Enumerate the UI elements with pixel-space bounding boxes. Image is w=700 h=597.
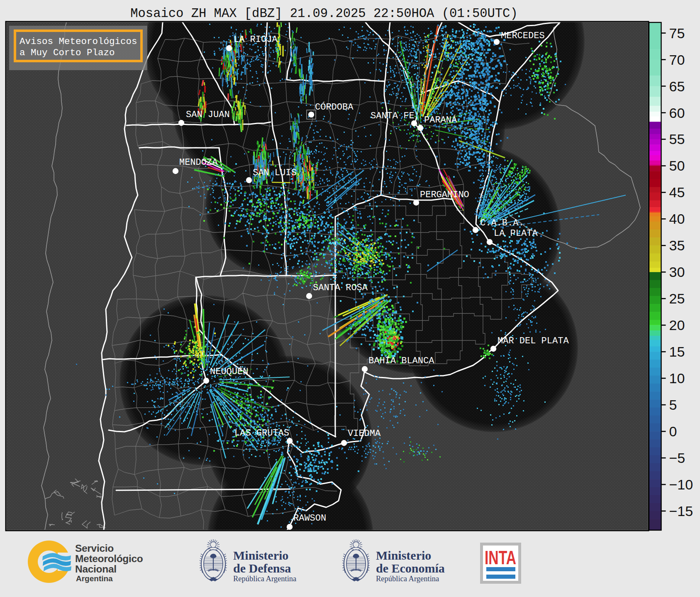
svg-text:45: 45: [669, 184, 685, 200]
svg-text:30: 30: [669, 264, 685, 280]
svg-text:70: 70: [669, 52, 685, 68]
svg-text:INTA: INTA: [485, 547, 516, 568]
svg-text:35: 35: [669, 237, 685, 253]
svg-text:SAN LUIS: SAN LUIS: [253, 168, 297, 178]
svg-text:LA RIOJA: LA RIOJA: [234, 34, 278, 45]
svg-text:−5: −5: [669, 450, 685, 466]
svg-text:PARANÁ: PARANÁ: [424, 115, 457, 125]
svg-text:MENDOZA: MENDOZA: [179, 157, 218, 168]
svg-text:SAN JUAN: SAN JUAN: [186, 110, 230, 120]
svg-text:−15: −15: [669, 503, 693, 519]
svg-text:LAS GRUTAS: LAS GRUTAS: [234, 428, 289, 438]
svg-text:Mosaico ZH MAX [dBZ] 21.09.202: Mosaico ZH MAX [dBZ] 21.09.2025 22:50HOA…: [130, 7, 517, 21]
svg-text:VIEDMA: VIEDMA: [348, 428, 381, 439]
svg-text:SANTA ROSA: SANTA ROSA: [313, 283, 368, 293]
svg-text:Avisos Meteorológicos: Avisos Meteorológicos: [20, 36, 137, 47]
svg-text:25: 25: [669, 291, 685, 306]
svg-text:MERCEDES: MERCEDES: [501, 31, 545, 41]
svg-text:Servicio: Servicio: [75, 543, 114, 554]
svg-text:15: 15: [669, 344, 685, 360]
svg-text:55: 55: [669, 131, 685, 147]
svg-text:SANTA FE: SANTA FE: [371, 111, 415, 121]
svg-text:de Defensa: de Defensa: [233, 561, 291, 575]
svg-text:40: 40: [669, 211, 685, 227]
svg-text:a Muy Corto Plazo: a Muy Corto Plazo: [20, 47, 115, 58]
svg-text:Ministerio: Ministerio: [376, 548, 431, 562]
svg-text:Nacional: Nacional: [75, 563, 117, 575]
svg-text:RAWSON: RAWSON: [293, 513, 326, 524]
svg-text:PERGAMINO: PERGAMINO: [420, 190, 469, 200]
svg-text:75: 75: [669, 25, 685, 41]
svg-text:Argentina: Argentina: [76, 574, 113, 583]
svg-text:5: 5: [669, 397, 677, 413]
svg-text:BAHÍA BLANCA: BAHÍA BLANCA: [368, 355, 434, 366]
svg-text:50: 50: [669, 158, 685, 174]
svg-text:−10: −10: [669, 477, 693, 492]
svg-text:CÓRDOBA: CÓRDOBA: [315, 102, 354, 113]
svg-text:República Argentina: República Argentina: [376, 575, 439, 583]
svg-text:65: 65: [669, 78, 685, 94]
svg-text:10: 10: [669, 370, 685, 386]
svg-text:NEUQUÉN: NEUQUÉN: [210, 366, 248, 377]
svg-text:de Economía: de Economía: [376, 561, 445, 575]
svg-text:60: 60: [669, 105, 685, 121]
svg-text:Meteorológico: Meteorológico: [75, 553, 143, 564]
svg-text:Ministerio: Ministerio: [233, 548, 288, 562]
svg-text:República Argentina: República Argentina: [233, 575, 296, 583]
svg-text:0: 0: [669, 423, 677, 439]
svg-text:C.A.B.A.: C.A.B.A.: [480, 218, 524, 228]
svg-text:20: 20: [669, 317, 685, 333]
svg-text:LA PLATA: LA PLATA: [494, 228, 538, 239]
svg-text:MAR DEL PLATA: MAR DEL PLATA: [498, 336, 569, 346]
